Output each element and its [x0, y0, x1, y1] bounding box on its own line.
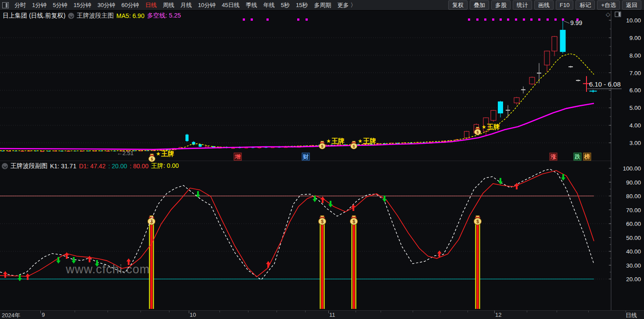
period-label[interactable]: 日线	[626, 312, 637, 319]
axis-tick-minor	[527, 311, 527, 312]
panel-icon[interactable]	[615, 12, 621, 17]
wangpai-marker-label: 王牌	[486, 123, 500, 130]
wangpai-marker-label: 王牌	[363, 137, 376, 145]
hot-tag[interactable]: 跌	[574, 153, 581, 160]
hot-tag[interactable]: 榜	[583, 153, 591, 160]
time-axis-label: 10	[190, 312, 196, 318]
hot-tag[interactable]: 财	[302, 153, 309, 160]
axis-tick-minor	[75, 311, 75, 312]
money-bag-icon: $	[350, 216, 357, 225]
axis-tick-minor	[440, 311, 441, 312]
duokong-line	[0, 103, 594, 149]
money-bag-icon: $	[474, 216, 481, 225]
time-axis-label: 11	[329, 312, 335, 318]
svg-text:$: $	[151, 157, 153, 161]
sub-axis-label: 100.00	[623, 165, 641, 172]
duokong-value: 多空线: 5.25	[147, 12, 181, 20]
hot-tag[interactable]: 增	[234, 153, 241, 160]
axis-tick	[189, 311, 189, 313]
svg-text:$: $	[476, 130, 479, 134]
svg-text:$: $	[321, 144, 323, 149]
chevron-down-icon[interactable]	[2, 163, 8, 169]
sell-arrow-icon	[196, 191, 200, 198]
sub-axis-label: 20.00	[626, 276, 641, 283]
time-axis-label: 9	[42, 312, 45, 318]
star-icon: ★	[326, 138, 331, 144]
high-ref-value: : 80.00	[130, 163, 148, 170]
main-axis-label: 7.00	[630, 70, 641, 76]
main-axis-label: 6.00	[630, 87, 641, 94]
k1-value: K1: 31.71	[50, 163, 76, 170]
main-axis-label: 4.00	[630, 122, 641, 129]
buy-arrow-icon	[3, 271, 7, 278]
last-price-annotation: 6.10 - 6.08	[589, 80, 621, 88]
sub-axis-label: 50.00	[626, 235, 641, 241]
chart-canvas: 10.009.008.007.006.005.004.003.00$★王牌$★王…	[0, 0, 644, 319]
svg-text:$: $	[353, 219, 355, 224]
diamond-icon[interactable]: ◇	[606, 11, 610, 18]
hot-tag[interactable]: 涨	[550, 153, 557, 160]
money-bag-icon: $	[319, 141, 326, 149]
ma5-line	[0, 54, 594, 151]
wangpai-value: 王牌: 0.00	[151, 162, 179, 170]
time-axis-bar: 日线 2024年9101112	[0, 310, 644, 319]
sell-arrow-icon	[56, 257, 61, 264]
high-price-annotation: 9.99	[570, 19, 582, 26]
axis-tick-minor	[468, 311, 468, 312]
main-axis-label: 8.00	[630, 52, 641, 59]
signal-dots-row	[243, 18, 579, 21]
hot-tags: 增财涨跌榜	[234, 153, 591, 160]
main-indicator-name: 王牌波段主图	[77, 12, 114, 20]
time-axis-label: 2024年	[2, 312, 20, 319]
money-bag-icon: $	[351, 141, 357, 149]
money-bag-icon: $	[318, 216, 326, 225]
axis-tick-minor	[169, 311, 169, 312]
sub-value-axis: 100.0090.0080.0070.0060.0050.0040.0030.0…	[609, 165, 641, 283]
wangpai-marker: $★王牌	[351, 137, 377, 149]
svg-text:增: 增	[234, 153, 241, 160]
svg-text:$: $	[353, 144, 355, 149]
main-axis-label: 3.00	[630, 140, 641, 146]
axis-tick-minor	[626, 311, 626, 312]
axis-tick	[40, 311, 41, 313]
axis-tick	[494, 311, 495, 313]
main-chart-title: 日上集团 (日线.前复权) 王牌波段主图 MA5: 6.90 多空线: 5.25	[3, 12, 181, 20]
main-gridlines	[0, 38, 611, 143]
star-icon: ★	[482, 124, 486, 130]
time-axis-label: 12	[495, 312, 501, 318]
star-icon: ★	[358, 138, 363, 144]
svg-text:$: $	[476, 219, 479, 224]
axis-tick-minor	[248, 311, 248, 312]
axis-tick-minor	[277, 311, 277, 312]
main-axis-label: 10.00	[626, 17, 641, 24]
axis-tick-minor	[305, 311, 306, 312]
sub-indicator-name: 王牌波段副图	[11, 162, 47, 170]
d1-value: D1: 47.42	[79, 163, 106, 170]
axis-tick-minor	[219, 311, 220, 312]
axis-tick-minor	[413, 311, 413, 312]
main-axis-label: 5.00	[630, 105, 641, 111]
svg-text:跌: 跌	[574, 153, 580, 160]
axis-tick-minor	[140, 311, 141, 312]
wangpai-marker-label: 王牌	[331, 137, 345, 145]
sub-axis-label: 80.00	[626, 193, 641, 199]
sub-chart-title: 王牌波段副图 K1: 31.71 D1: 47.42 : 20.00 : 80.…	[2, 162, 179, 170]
signal-bar: $	[318, 216, 326, 309]
svg-text:涨: 涨	[550, 153, 557, 160]
money-bag-icon: $	[148, 216, 155, 225]
watermark: www.cfchi.com	[65, 263, 150, 276]
low-price-annotation: ←2.51	[117, 150, 133, 156]
sub-axis-label: 40.00	[626, 248, 641, 255]
axis-tick	[328, 311, 329, 313]
low-ref-value: : 20.00	[108, 163, 127, 170]
signal-bars: $$$$	[148, 216, 481, 309]
ma5-value: MA5: 6.90	[116, 12, 144, 19]
svg-text:财: 财	[302, 153, 309, 160]
axis-tick-minor	[108, 311, 108, 312]
main-candles	[1, 20, 597, 152]
sub-axis-label: 60.00	[626, 221, 641, 227]
chevron-down-icon[interactable]	[68, 13, 74, 19]
trading-app-window: 分时1分钟5分钟15分钟30分钟60分钟日线周线月线10分钟45日线季线年线5秒…	[0, 0, 644, 319]
svg-text:$: $	[321, 219, 324, 224]
sub-axis-label: 30.00	[626, 262, 641, 269]
